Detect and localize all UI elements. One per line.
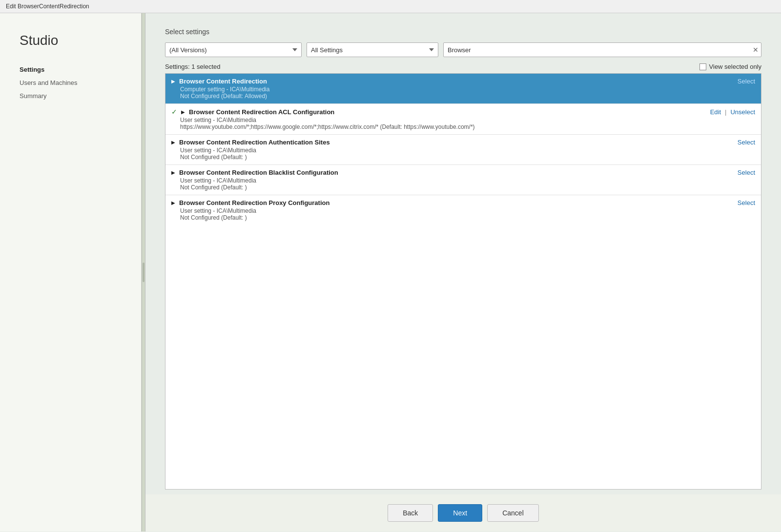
- cancel-button[interactable]: Cancel: [487, 504, 539, 522]
- view-selected-checkbox[interactable]: [699, 63, 706, 70]
- back-button[interactable]: Back: [388, 504, 433, 522]
- content-inner: Select settings (All Versions) All Setti…: [145, 13, 781, 494]
- expand-arrow-3[interactable]: ▶: [171, 140, 175, 145]
- setting-sub-5: User setting - ICA\Multimedia: [171, 207, 755, 214]
- setting-name-row-4: ▶Browser Content Redirection Blacklist C…: [171, 169, 338, 176]
- search-clear-button[interactable]: ✕: [753, 46, 759, 54]
- setting-row-3[interactable]: ▶Browser Content Redirection Authenticat…: [165, 135, 761, 165]
- section-title: Select settings: [165, 28, 761, 36]
- setting-name-text-4: Browser Content Redirection Blacklist Co…: [179, 169, 338, 176]
- sidebar-nav-item-users-and-machines[interactable]: Users and Machines: [20, 76, 126, 89]
- expand-arrow-1[interactable]: ▶: [171, 79, 175, 84]
- setting-row-5[interactable]: ▶Browser Content Redirection Proxy Confi…: [165, 195, 761, 225]
- setting-name-text-1: Browser Content Redirection: [179, 78, 267, 85]
- sidebar-nav-item-settings[interactable]: Settings: [20, 63, 126, 76]
- setting-actions-1: Select: [738, 78, 755, 85]
- setting-sub-1: Computer setting - ICA\Multimedia: [171, 86, 755, 93]
- setting-name-row-2: ✓▶Browser Content Redirection ACL Config…: [171, 108, 334, 116]
- setting-actions-3: Select: [738, 139, 755, 146]
- setting-name-text-3: Browser Content Redirection Authenticati…: [179, 139, 330, 146]
- title-text: Edit BrowserContentRedirection: [6, 3, 89, 10]
- setting-sub-3: User setting - ICA\Multimedia: [171, 147, 755, 154]
- sidebar-divider: [142, 13, 145, 532]
- action-edit-2[interactable]: Edit: [710, 108, 721, 116]
- setting-value-5: Not Configured (Default: ): [171, 214, 755, 221]
- status-label: Settings:: [165, 63, 190, 70]
- content-area: Select settings (All Versions) All Setti…: [145, 13, 781, 532]
- setting-name-row-3: ▶Browser Content Redirection Authenticat…: [171, 139, 330, 146]
- setting-actions-5: Select: [738, 199, 755, 206]
- setting-name-row-5: ▶Browser Content Redirection Proxy Confi…: [171, 199, 329, 206]
- expand-arrow-4[interactable]: ▶: [171, 170, 175, 175]
- check-mark-2: ✓: [171, 108, 177, 116]
- setting-row-4[interactable]: ▶Browser Content Redirection Blacklist C…: [165, 165, 761, 195]
- filter-row: (All Versions) All Settings ✕: [165, 42, 761, 57]
- setting-row-1[interactable]: ▶Browser Content RedirectionSelectComput…: [165, 74, 761, 104]
- search-wrapper: ✕: [443, 42, 761, 57]
- settings-list: ▶Browser Content RedirectionSelectComput…: [165, 73, 761, 490]
- view-selected-label: View selected only: [709, 63, 761, 70]
- expand-arrow-2[interactable]: ▶: [181, 109, 185, 115]
- setting-name-row-1: ▶Browser Content Redirection: [171, 78, 267, 85]
- sidebar-title: Studio: [20, 33, 126, 48]
- bottom-bar: Back Next Cancel: [145, 494, 781, 532]
- status-text: Settings: 1 selected: [165, 63, 220, 70]
- setting-sub-2: User setting - ICA\Multimedia: [171, 117, 755, 123]
- action-unselect-2[interactable]: Unselect: [730, 108, 755, 116]
- setting-name-text-5: Browser Content Redirection Proxy Config…: [179, 199, 329, 206]
- setting-actions-4: Select: [738, 169, 755, 176]
- setting-value-1: Not Configured (Default: Allowed): [171, 93, 755, 100]
- action-pipe-2-1: |: [725, 108, 726, 116]
- sidebar-nav: SettingsUsers and MachinesSummary: [20, 63, 126, 102]
- status-count: 1 selected: [191, 63, 220, 70]
- setting-sub-4: User setting - ICA\Multimedia: [171, 177, 755, 184]
- setting-value-3: Not Configured (Default: ): [171, 154, 755, 161]
- action-select-4[interactable]: Select: [738, 169, 755, 176]
- setting-name-text-2: Browser Content Redirection ACL Configur…: [189, 108, 334, 116]
- sidebar: Studio SettingsUsers and MachinesSummary: [0, 13, 142, 532]
- search-input[interactable]: [443, 42, 761, 57]
- action-select-1[interactable]: Select: [738, 78, 755, 85]
- setting-actions-2: Edit|Unselect: [710, 108, 755, 116]
- view-selected-only[interactable]: View selected only: [699, 63, 761, 70]
- expand-arrow-5[interactable]: ▶: [171, 200, 175, 205]
- settings-dropdown[interactable]: All Settings: [307, 42, 438, 57]
- action-select-3[interactable]: Select: [738, 139, 755, 146]
- sidebar-nav-item-summary[interactable]: Summary: [20, 89, 126, 102]
- setting-value-4: Not Configured (Default: ): [171, 184, 755, 191]
- next-button[interactable]: Next: [438, 504, 482, 522]
- setting-row-2[interactable]: ✓▶Browser Content Redirection ACL Config…: [165, 104, 761, 135]
- status-bar: Settings: 1 selected View selected only: [165, 63, 761, 70]
- setting-value-2: https://www.youtube.com/*;https://www.go…: [171, 123, 755, 130]
- versions-dropdown[interactable]: (All Versions): [165, 42, 302, 57]
- title-bar: Edit BrowserContentRedirection: [0, 0, 781, 13]
- action-select-5[interactable]: Select: [738, 199, 755, 206]
